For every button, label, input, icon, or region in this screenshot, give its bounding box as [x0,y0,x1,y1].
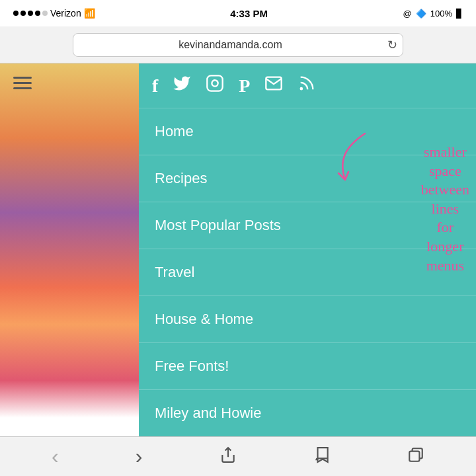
menu-item-recipes[interactable]: Recipes [139,155,476,202]
menu-item-home[interactable]: Home [139,108,476,155]
menu-item-popular-posts[interactable]: Most Popular Posts [139,202,476,249]
status-bar: Verizon 📶 4:33 PM @ 🔷 100% ▊ [0,0,476,26]
signal-dot-2 [20,11,26,16]
email-icon[interactable] [264,74,283,97]
signal-dot-5 [42,11,48,16]
signal-dot-1 [13,11,19,16]
carrier-label: Verizon [50,8,81,19]
url-input[interactable]: kevinandamanda.com ↻ [73,33,403,57]
menu-item-miley-howie[interactable]: Miley and Howie [139,390,476,437]
reload-icon[interactable]: ↻ [387,38,397,52]
status-right: @ 🔷 100% ▊ [403,9,463,19]
menu-item-free-fonts[interactable]: Free Fonts! [139,343,476,390]
svg-point-2 [301,88,302,89]
signal-dot-3 [28,11,33,16]
menu-items-list: Home Recipes Most Popular Posts Travel H… [139,108,476,476]
main-content: f P Home Recipes Most Popular Pos [0,63,476,436]
url-text: kevinandamanda.com [73,39,387,51]
pinterest-icon[interactable]: P [239,75,250,97]
bluetooth-icon: 🔷 [416,9,426,19]
forward-button[interactable]: › [125,439,153,474]
signal-strength [13,11,48,16]
location-icon: @ [403,9,412,19]
rss-icon[interactable] [298,74,316,97]
share-button[interactable] [209,441,247,473]
facebook-icon[interactable]: f [152,75,158,97]
status-time: 4:33 PM [230,8,268,19]
sidebar-image [0,63,139,436]
battery-level: 100% [430,9,452,19]
menu-item-house-home[interactable]: House & Home [139,296,476,343]
hamburger-line-3 [13,87,32,89]
hamburger-line-2 [13,82,32,84]
twitter-icon[interactable] [173,74,191,97]
back-button[interactable]: ‹ [41,439,69,474]
status-left: Verizon 📶 [13,8,95,19]
hamburger-icon[interactable] [13,77,32,89]
hamburger-line-1 [13,77,32,79]
signal-dot-4 [35,11,40,16]
navigation-menu: f P Home Recipes Most Popular Pos [139,63,476,436]
battery-icon: ▊ [456,9,463,19]
address-bar: kevinandamanda.com ↻ [0,26,476,63]
menu-item-travel[interactable]: Travel [139,249,476,296]
svg-rect-0 [208,75,223,91]
tabs-button[interactable] [397,441,435,473]
wifi-icon: 📶 [84,8,95,19]
hamburger-menu-area[interactable] [13,77,32,89]
instagram-icon[interactable] [206,74,224,97]
bookmarks-button[interactable] [303,441,341,473]
social-icons-row: f P [139,63,476,108]
bottom-toolbar: ‹ › [0,436,476,476]
svg-rect-4 [409,451,419,461]
